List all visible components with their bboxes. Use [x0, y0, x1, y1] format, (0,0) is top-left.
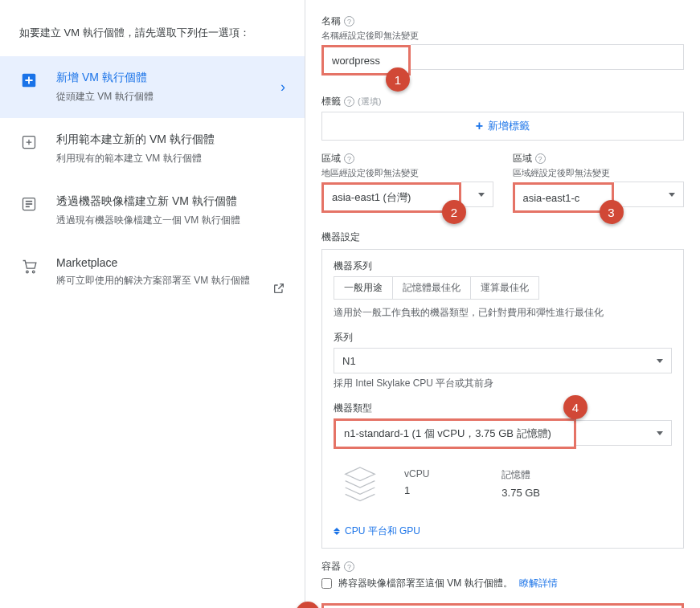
stack-icon	[340, 463, 380, 504]
series-label: 機器系列	[334, 259, 672, 273]
help-icon[interactable]: ?	[344, 96, 354, 107]
callout-2: 2	[442, 200, 466, 224]
marketplace-icon	[19, 256, 39, 275]
add-label-button[interactable]: + 新增標籤	[321, 112, 684, 141]
machine-image-icon	[19, 194, 39, 214]
tab-general[interactable]: 一般用途	[334, 276, 393, 300]
sidebar-item-marketplace[interactable]: Marketplace 將可立即使用的解決方案部署至 VM 執行個體	[0, 242, 305, 302]
learn-more-link[interactable]: 瞭解詳情	[519, 577, 558, 590]
svg-point-6	[26, 271, 28, 273]
container-checkbox-label: 將容器映像檔部署至這個 VM 執行個體。	[338, 577, 513, 590]
main-form: 名稱? 名稱經設定後即無法變更 1 標籤?(選填) + 新增標籤 區域? 地區經…	[305, 0, 700, 608]
chevron-down-icon	[669, 193, 675, 197]
help-icon[interactable]: ?	[344, 561, 354, 572]
sidebar-item-machine-image[interactable]: 透過機器映像檔建立新 VM 執行個體 透過現有機器映像檔建立一個 VM 執行個體	[0, 180, 305, 242]
series-desc: 適用於一般工作負載的機器類型，已針對費用和彈性進行最佳化	[334, 306, 672, 320]
machine-type-select[interactable]: n1-standard-1 (1 個 vCPU，3.75 GB 記憶體)	[336, 421, 574, 447]
sidebar-item-title: 利用範本建立新的 VM 執行個體	[56, 133, 285, 147]
external-link-icon	[272, 282, 285, 297]
machine-type-label: 機器類型	[334, 402, 672, 415]
chevron-right-icon: ›	[280, 79, 285, 96]
tab-memory[interactable]: 記憶體最佳化	[392, 276, 471, 300]
sidebar-intro: 如要建立 VM 執行個體，請先選取下列任一選項：	[0, 13, 305, 56]
sidebar-item-title: Marketplace	[56, 256, 285, 269]
plus-icon: +	[476, 119, 483, 133]
sidebar-item-new-vm[interactable]: 新增 VM 執行個體 從頭建立 VM 執行個體 ›	[0, 56, 305, 118]
tab-compute[interactable]: 運算最佳化	[470, 276, 539, 300]
series-sub-label: 系列	[334, 331, 672, 345]
machine-config-panel: 機器系列 一般用途 記憶體最佳化 運算最佳化 適用於一般工作負載的機器類型，已針…	[321, 249, 684, 549]
sidebar-item-title: 透過機器映像檔建立新 VM 執行個體	[56, 194, 285, 209]
help-icon[interactable]: ?	[344, 16, 354, 27]
chevron-down-icon	[478, 193, 485, 197]
machine-config-label: 機器設定	[321, 231, 360, 244]
container-label: 容器	[321, 560, 341, 573]
svg-rect-4	[26, 203, 32, 205]
container-checkbox[interactable]	[321, 578, 332, 589]
sidebar-item-subtitle: 利用現有的範本建立 VM 執行個體	[56, 152, 285, 165]
boot-disk-panel: 開機磁碟? 新的 10 GB 標準永久磁碟 映像檔 Ubuntu 18.04 L…	[321, 603, 684, 608]
add-box-icon	[19, 71, 39, 90]
callout-1: 1	[386, 67, 410, 92]
optional-text: (選填)	[358, 96, 381, 108]
svg-rect-3	[26, 201, 32, 202]
help-icon[interactable]: ?	[344, 153, 354, 164]
callout-4: 4	[563, 395, 587, 419]
name-label: 名稱	[321, 14, 341, 28]
chevron-down-icon	[657, 431, 663, 435]
series-note: 採用 Intel Skylake CPU 平台或其前身	[334, 377, 672, 390]
cpu-gpu-expand[interactable]: CPU 平台和 GPU	[334, 524, 672, 538]
sidebar-item-template[interactable]: 利用範本建立新的 VM 執行個體 利用現有的範本建立 VM 執行個體	[0, 118, 305, 180]
region-note: 地區經設定後即無法變更	[321, 167, 493, 179]
help-icon[interactable]: ?	[535, 153, 546, 164]
zone-note: 區域經設定後即無法變更	[513, 167, 685, 179]
region-select[interactable]: asia-east1 (台灣)	[324, 185, 459, 210]
zone-label: 區域	[513, 152, 532, 165]
name-note: 名稱經設定後即無法變更	[321, 30, 684, 42]
memory-label: 記憶體	[501, 468, 540, 482]
sidebar: 如要建立 VM 執行個體，請先選取下列任一選項： 新增 VM 執行個體 從頭建立…	[0, 0, 305, 608]
svg-rect-5	[26, 206, 30, 208]
sidebar-item-title: 新增 VM 執行個體	[56, 71, 280, 85]
region-label: 區域	[321, 152, 341, 165]
sidebar-item-subtitle: 透過現有機器映像檔建立一個 VM 執行個體	[56, 214, 285, 227]
labels-label: 標籤	[321, 95, 341, 108]
memory-value: 3.75 GB	[501, 487, 540, 499]
zone-select[interactable]: asia-east1-c	[515, 185, 612, 210]
sidebar-item-subtitle: 將可立即使用的解決方案部署至 VM 執行個體	[56, 274, 285, 288]
sidebar-item-subtitle: 從頭建立 VM 執行個體	[56, 90, 280, 104]
series-select[interactable]: N1	[334, 348, 672, 373]
expand-icon	[334, 528, 340, 535]
vcpu-value: 1	[404, 484, 429, 496]
template-icon	[19, 133, 39, 152]
svg-point-7	[32, 271, 35, 273]
callout-3: 3	[600, 200, 624, 224]
chevron-down-icon	[657, 359, 663, 363]
vcpu-label: vCPU	[404, 468, 429, 479]
